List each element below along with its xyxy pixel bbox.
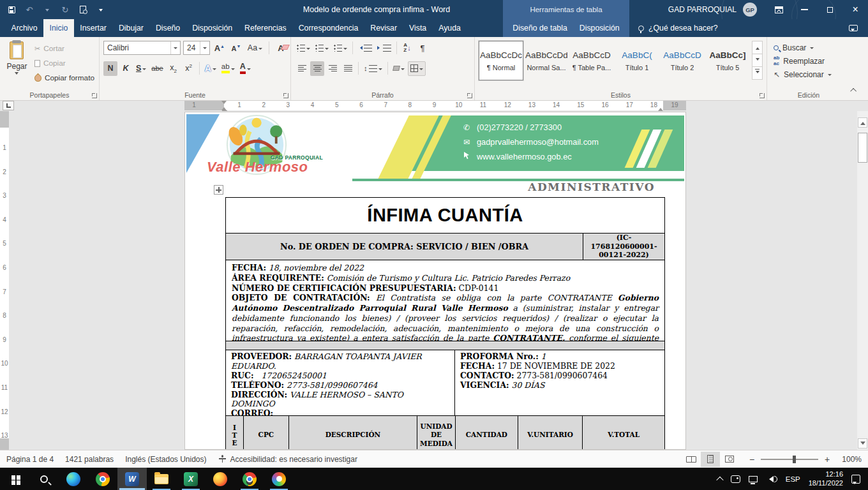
subscript-button[interactable]: x2 (167, 61, 181, 76)
ribbon-tab-ayuda[interactable]: Ayuda (433, 19, 467, 37)
print-layout-button[interactable] (701, 452, 720, 467)
cut-button[interactable]: ✂Cortar (33, 42, 96, 55)
taskbar-excel-button[interactable]: X (176, 468, 206, 490)
action-center-icon[interactable] (851, 475, 860, 484)
network-icon[interactable] (749, 476, 758, 482)
tray-expand-icon[interactable] (716, 476, 723, 483)
align-center-button[interactable] (310, 61, 324, 76)
taskbar-firefox-button[interactable] (206, 468, 235, 490)
redo-icon[interactable]: ↻ (60, 4, 70, 15)
zoom-in-button[interactable]: + (823, 454, 831, 464)
context-tab-disposicion[interactable]: Disposición (573, 19, 625, 37)
zoom-level[interactable]: 100% (839, 455, 862, 464)
font-dialog-launcher-icon[interactable] (283, 93, 288, 98)
highlight-color-button[interactable]: ab (220, 61, 237, 76)
language-indicator[interactable]: Inglés (Estados Unidos) (125, 455, 206, 464)
font-family-combo[interactable]: Calibri (103, 41, 181, 55)
print-preview-icon[interactable] (78, 4, 88, 15)
ribbon-tab-archivo[interactable]: Archivo (5, 19, 43, 37)
superscript-button[interactable]: x2 (182, 61, 196, 76)
undo-dropdown-icon[interactable] (42, 4, 52, 15)
shading-button[interactable] (391, 61, 407, 76)
ribbon-tab-diseno[interactable]: Diseño (149, 19, 186, 37)
clock[interactable]: 12:16 18/11/2022 (809, 470, 843, 488)
justify-button[interactable] (341, 61, 355, 76)
ribbon-tab-dibujar[interactable]: Dibujar (112, 19, 149, 37)
tab-stop-selector[interactable] (3, 101, 14, 110)
read-mode-button[interactable] (682, 452, 701, 467)
document-page[interactable]: ✆(02)2773220 / 2773300 ✉gadprvallehermos… (184, 112, 686, 450)
restore-button[interactable] (817, 0, 842, 19)
ribbon-tab-inicio[interactable]: Inicio (43, 19, 74, 37)
shrink-font-button[interactable]: A▼ (229, 41, 243, 56)
account-name[interactable]: GAD PARROQUIAL (668, 5, 737, 14)
volume-icon[interactable] (766, 476, 777, 482)
vertical-scrollbar[interactable] (857, 111, 868, 450)
keyboard-language[interactable]: ESP (786, 475, 800, 483)
chevron-down-icon[interactable] (200, 41, 209, 54)
ribbon-tab-insertar[interactable]: Insertar (74, 19, 113, 37)
taskbar-search-button[interactable] (29, 468, 59, 490)
page-indicator[interactable]: Página 1 de 4 (6, 455, 54, 464)
taskbar-paint-button[interactable] (264, 468, 294, 490)
numbered-list-button[interactable] (313, 41, 331, 56)
styles-scroll-up-button[interactable] (752, 41, 763, 54)
find-button[interactable]: Buscar (771, 41, 848, 54)
styles-dialog-launcher-icon[interactable] (760, 93, 765, 98)
style-item-titulo-1[interactable]: AaBbC(Título 1 (615, 41, 659, 80)
horizontal-ruler[interactable]: 1 19 123456789101112131415161718 (184, 101, 686, 110)
multilevel-list-button[interactable] (332, 41, 349, 56)
clear-formatting-button[interactable]: A (274, 41, 288, 56)
web-layout-button[interactable] (720, 452, 739, 467)
ribbon-tab-correspondencia[interactable]: Correspondencia (292, 19, 364, 37)
paragraph-dialog-launcher-icon[interactable] (467, 93, 472, 98)
ribbon-tab-referencias[interactable]: Referencias (239, 19, 293, 37)
table-move-handle[interactable] (214, 185, 223, 195)
style-item-titulo-5[interactable]: AaBbCc]Título 5 (705, 41, 750, 80)
taskbar-word-button[interactable]: W (117, 468, 147, 490)
word-count[interactable]: 1421 palabras (65, 455, 114, 464)
decrease-indent-button[interactable] (356, 41, 374, 56)
taskbar-edge-button[interactable] (59, 468, 88, 490)
scroll-down-button[interactable] (858, 438, 867, 449)
comments-button[interactable] (849, 19, 858, 37)
avatar[interactable]: GP (743, 3, 757, 17)
minimize-button[interactable] (791, 0, 817, 19)
style-item-normal-sa[interactable]: AaBbCcDdENormal Sa... (524, 41, 569, 80)
ribbon-tab-revisar[interactable]: Revisar (364, 19, 403, 37)
save-icon[interactable] (6, 4, 17, 15)
replace-button[interactable]: abacReemplazar (771, 54, 848, 68)
accessibility-status[interactable]: Accesibilidad: es necesario investigar (218, 455, 357, 464)
underline-button[interactable]: S (134, 61, 148, 76)
styles-more-button[interactable] (752, 66, 763, 80)
right-indent-marker[interactable] (658, 105, 663, 111)
align-left-button[interactable] (295, 61, 309, 76)
ribbon-tab-disposicion[interactable]: Disposición (186, 19, 239, 37)
tell-me-box[interactable]: ¿Qué desea hacer? (638, 19, 718, 37)
format-painter-button[interactable]: Copiar formato (33, 71, 96, 84)
customize-qat-icon[interactable] (96, 4, 106, 15)
chevron-down-icon[interactable] (170, 41, 180, 54)
paste-button[interactable]: Pegar (4, 40, 30, 87)
zoom-slider[interactable] (761, 459, 818, 460)
line-spacing-button[interactable]: ↕ (362, 61, 384, 76)
font-size-combo[interactable]: 24 (183, 41, 210, 55)
align-right-button[interactable] (326, 61, 340, 76)
ribbon-tab-vista[interactable]: Vista (403, 19, 433, 37)
close-button[interactable]: × (842, 0, 868, 19)
increase-indent-button[interactable] (375, 41, 393, 56)
change-case-button[interactable]: Aa (246, 41, 264, 56)
taskbar-start-button[interactable] (0, 468, 29, 490)
clipboard-dialog-launcher-icon[interactable] (92, 93, 97, 98)
bullet-list-button[interactable] (295, 41, 312, 56)
font-color-button[interactable]: A (238, 61, 253, 76)
scroll-up-button[interactable] (858, 117, 867, 128)
italic-button[interactable]: K (119, 61, 133, 76)
borders-button[interactable] (408, 61, 426, 76)
show-paragraph-marks-button[interactable]: ¶ (415, 41, 430, 56)
undo-icon[interactable]: ↶ (24, 4, 34, 15)
style-item-normal[interactable]: AaBbCcDc¶ Normal (479, 41, 523, 80)
context-tab-diseno-de-tabla[interactable]: Diseño de tabla (507, 19, 573, 37)
grow-font-button[interactable]: A▲ (213, 41, 227, 56)
scrollbar-thumb[interactable] (858, 133, 867, 163)
